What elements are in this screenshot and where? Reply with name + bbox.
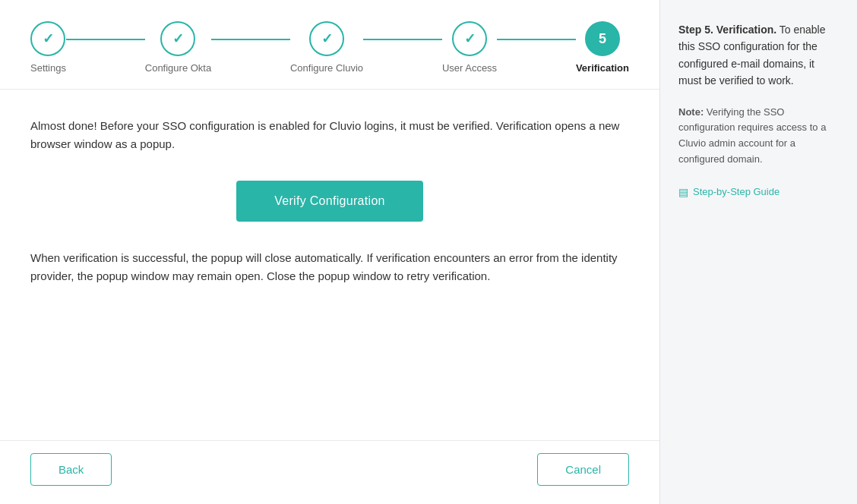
sidebar: Step 5. Verification. To enable this SSO… <box>659 0 857 504</box>
step-verification: 5 Verification <box>576 21 629 74</box>
step-configure-okta: ✓ Configure Okta <box>145 21 211 74</box>
content-body: Almost done! Before your SSO configurati… <box>0 90 659 440</box>
step-label-okta: Configure Okta <box>145 62 211 74</box>
connector-2 <box>211 39 290 40</box>
step-circle-user-access: ✓ <box>452 21 487 56</box>
sidebar-title: Step 5. Verification. To enable this SSO… <box>678 21 839 90</box>
bottom-bar: Back Cancel <box>0 440 659 504</box>
step-user-access: ✓ User Access <box>442 21 497 74</box>
step-number-verification: 5 <box>599 31 606 47</box>
step-circle-settings: ✓ <box>30 21 65 56</box>
book-icon: ▤ <box>678 186 688 198</box>
check-icon-cluvio: ✓ <box>321 30 333 47</box>
verify-button-wrapper: Verify Configuration <box>30 181 629 222</box>
step-circle-okta: ✓ <box>160 21 195 56</box>
check-icon-okta: ✓ <box>172 30 184 47</box>
step-circle-verification: 5 <box>585 21 620 56</box>
guide-link-label: Step-by-Step Guide <box>693 186 780 197</box>
check-icon-user-access: ✓ <box>464 30 476 47</box>
verify-configuration-button[interactable]: Verify Configuration <box>236 181 423 222</box>
main-layout: ✓ Settings ✓ Configure Okta ✓ Configure … <box>0 0 857 504</box>
back-button[interactable]: Back <box>30 453 112 486</box>
connector-4 <box>497 39 576 40</box>
footer-text: When verification is successful, the pop… <box>30 249 629 285</box>
sidebar-note: Note: Verifying the SSO configuration re… <box>678 105 839 168</box>
step-settings: ✓ Settings <box>30 21 66 74</box>
sidebar-step-label: Step 5. Verification. <box>678 24 776 36</box>
step-circle-cluvio: ✓ <box>309 21 344 56</box>
step-label-verification: Verification <box>576 62 629 74</box>
note-label: Note: <box>678 106 704 118</box>
cancel-button[interactable]: Cancel <box>537 453 629 486</box>
content-area: ✓ Settings ✓ Configure Okta ✓ Configure … <box>0 0 659 504</box>
connector-1 <box>66 39 145 40</box>
connector-3 <box>363 39 442 40</box>
intro-text: Almost done! Before your SSO configurati… <box>30 117 629 153</box>
stepper: ✓ Settings ✓ Configure Okta ✓ Configure … <box>0 0 659 90</box>
step-label-cluvio: Configure Cluvio <box>290 62 363 74</box>
step-by-step-guide-link[interactable]: ▤ Step-by-Step Guide <box>678 186 839 198</box>
step-label-user-access: User Access <box>442 62 497 74</box>
check-icon-settings: ✓ <box>43 30 54 47</box>
step-configure-cluvio: ✓ Configure Cluvio <box>290 21 363 74</box>
step-label-settings: Settings <box>30 62 66 74</box>
